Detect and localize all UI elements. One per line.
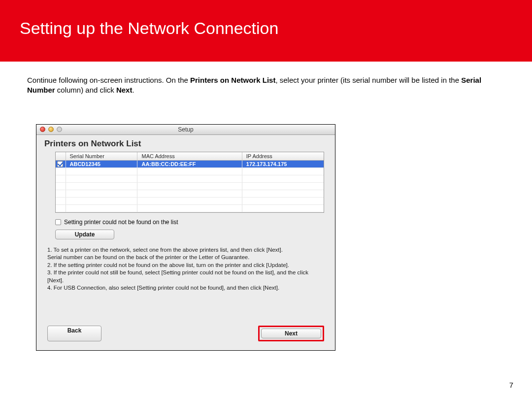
printers-table: Serial Number MAC Address IP Address ABC… <box>55 152 324 213</box>
col-ip: IP Address <box>242 152 324 161</box>
table-row[interactable] <box>56 204 324 212</box>
notfound-checkbox[interactable] <box>55 219 61 225</box>
back-button[interactable]: Back <box>47 326 101 341</box>
notfound-row[interactable]: Setting printer could not be found on th… <box>55 219 327 226</box>
next-button-highlight: Next <box>258 326 324 341</box>
slide-header: Setting up the Network Connection <box>0 0 532 62</box>
cell-ip: 172.173.174.175 <box>242 160 324 167</box>
col-serial: Serial Number <box>66 152 137 161</box>
footer-buttons: Back Next <box>47 326 324 341</box>
instruction-text: Continue following on-screen instruction… <box>27 75 505 96</box>
row-checkbox-cell[interactable] <box>56 160 66 167</box>
window-title: Setup <box>36 126 335 133</box>
window-titlebar: Setup <box>36 125 335 135</box>
instructions-block: 1. To set a printer on the network, sele… <box>47 246 324 292</box>
panel: Printers on Network List Serial Number M… <box>36 135 335 350</box>
table-row[interactable] <box>56 175 324 182</box>
col-mac: MAC Address <box>137 152 242 161</box>
col-checkbox <box>56 152 66 161</box>
notfound-label: Setting printer could not be found on th… <box>64 219 178 226</box>
table-row[interactable] <box>56 167 324 175</box>
slide-title: Setting up the Network Connection <box>20 19 532 38</box>
update-button[interactable]: Update <box>55 230 114 239</box>
setup-window: Setup Printers on Network List Serial Nu… <box>36 124 335 351</box>
table-row[interactable]: ABCD12345 AA:BB:CC:DD:EE:FF 172.173.174.… <box>56 160 324 167</box>
slide-body: Continue following on-screen instruction… <box>0 62 532 351</box>
next-button[interactable]: Next <box>261 329 321 338</box>
panel-title: Printers on Network List <box>44 139 327 149</box>
cell-mac: AA:BB:CC:DD:EE:FF <box>137 160 242 167</box>
cell-serial: ABCD12345 <box>66 160 137 167</box>
table-row[interactable] <box>56 197 324 204</box>
page-number: 7 <box>509 381 513 389</box>
table-header-row: Serial Number MAC Address IP Address <box>56 152 324 161</box>
table-row[interactable] <box>56 182 324 190</box>
table-row[interactable] <box>56 190 324 197</box>
checkbox-icon[interactable] <box>57 161 63 167</box>
